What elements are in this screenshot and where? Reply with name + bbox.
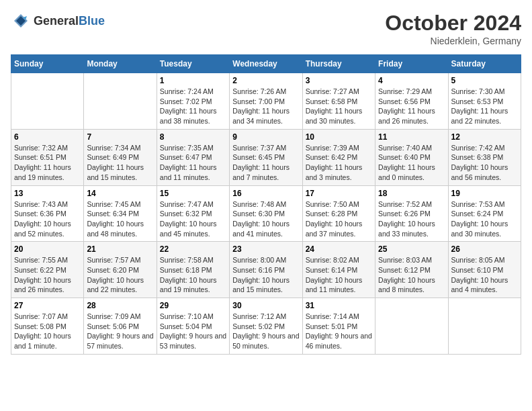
day-detail: Sunrise: 7:29 AM Sunset: 6:56 PM Dayligh…	[378, 87, 445, 126]
calendar-cell: 10Sunrise: 7:39 AM Sunset: 6:42 PM Dayli…	[302, 129, 375, 185]
calendar-week-row: 27Sunrise: 7:07 AM Sunset: 5:08 PM Dayli…	[11, 298, 521, 355]
calendar-cell: 12Sunrise: 7:42 AM Sunset: 6:38 PM Dayli…	[448, 129, 521, 185]
day-number: 16	[232, 189, 299, 198]
day-detail: Sunrise: 7:27 AM Sunset: 6:58 PM Dayligh…	[306, 87, 372, 126]
day-detail: Sunrise: 7:42 AM Sunset: 6:38 PM Dayligh…	[451, 143, 518, 183]
calendar-cell	[11, 73, 84, 130]
day-detail: Sunrise: 7:32 AM Sunset: 6:51 PM Dayligh…	[14, 143, 81, 183]
day-detail: Sunrise: 7:12 AM Sunset: 5:02 PM Dayligh…	[232, 312, 299, 351]
calendar-cell: 6Sunrise: 7:32 AM Sunset: 6:51 PM Daylig…	[11, 129, 84, 185]
day-number: 24	[306, 244, 372, 254]
calendar-cell: 20Sunrise: 7:55 AM Sunset: 6:22 PM Dayli…	[11, 242, 84, 298]
calendar-cell: 30Sunrise: 7:12 AM Sunset: 5:02 PM Dayli…	[230, 298, 302, 355]
day-detail: Sunrise: 7:48 AM Sunset: 6:30 PM Dayligh…	[232, 199, 299, 239]
calendar-cell: 25Sunrise: 8:03 AM Sunset: 6:12 PM Dayli…	[375, 242, 448, 298]
logo-text: GeneralBlue	[34, 14, 105, 28]
weekday-header: Sunday	[11, 55, 84, 73]
calendar-cell	[448, 298, 521, 355]
day-detail: Sunrise: 7:45 AM Sunset: 6:34 PM Dayligh…	[87, 199, 153, 239]
calendar-cell: 23Sunrise: 8:00 AM Sunset: 6:16 PM Dayli…	[230, 242, 302, 298]
day-number: 5	[451, 76, 518, 85]
logo-general: General	[34, 14, 79, 28]
calendar-cell	[84, 73, 157, 130]
day-detail: Sunrise: 7:50 AM Sunset: 6:28 PM Dayligh…	[306, 199, 372, 239]
day-detail: Sunrise: 7:43 AM Sunset: 6:36 PM Dayligh…	[14, 199, 81, 239]
calendar-cell: 18Sunrise: 7:52 AM Sunset: 6:26 PM Dayli…	[375, 185, 448, 242]
calendar-week-row: 6Sunrise: 7:32 AM Sunset: 6:51 PM Daylig…	[11, 129, 521, 185]
day-detail: Sunrise: 7:24 AM Sunset: 7:02 PM Dayligh…	[160, 87, 226, 126]
day-detail: Sunrise: 7:57 AM Sunset: 6:20 PM Dayligh…	[87, 255, 153, 295]
calendar-cell: 21Sunrise: 7:57 AM Sunset: 6:20 PM Dayli…	[84, 242, 157, 298]
day-number: 17	[306, 189, 372, 198]
day-detail: Sunrise: 7:37 AM Sunset: 6:45 PM Dayligh…	[232, 143, 299, 183]
calendar-cell: 11Sunrise: 7:40 AM Sunset: 6:40 PM Dayli…	[375, 129, 448, 185]
calendar-cell	[375, 298, 448, 355]
day-number: 23	[232, 244, 299, 254]
weekday-header: Wednesday	[230, 55, 302, 73]
day-number: 2	[232, 76, 299, 85]
day-detail: Sunrise: 7:40 AM Sunset: 6:40 PM Dayligh…	[378, 143, 445, 183]
calendar-cell: 27Sunrise: 7:07 AM Sunset: 5:08 PM Dayli…	[11, 298, 84, 355]
day-number: 25	[378, 244, 445, 254]
calendar-cell: 4Sunrise: 7:29 AM Sunset: 6:56 PM Daylig…	[375, 73, 448, 130]
day-number: 13	[14, 189, 81, 198]
weekday-header: Monday	[84, 55, 157, 73]
calendar-cell: 31Sunrise: 7:14 AM Sunset: 5:01 PM Dayli…	[302, 298, 375, 355]
calendar-cell: 26Sunrise: 8:05 AM Sunset: 6:10 PM Dayli…	[448, 242, 521, 298]
day-number: 3	[306, 76, 372, 85]
month-year: October 2024	[385, 11, 521, 36]
calendar-cell: 24Sunrise: 8:02 AM Sunset: 6:14 PM Dayli…	[302, 242, 375, 298]
logo-icon	[11, 11, 31, 31]
logo: GeneralBlue	[11, 11, 105, 31]
day-number: 14	[87, 189, 153, 198]
calendar-cell: 22Sunrise: 7:58 AM Sunset: 6:18 PM Dayli…	[157, 242, 229, 298]
day-detail: Sunrise: 7:53 AM Sunset: 6:24 PM Dayligh…	[451, 199, 518, 239]
calendar-cell: 8Sunrise: 7:35 AM Sunset: 6:47 PM Daylig…	[157, 129, 229, 185]
calendar-week-row: 13Sunrise: 7:43 AM Sunset: 6:36 PM Dayli…	[11, 185, 521, 242]
day-detail: Sunrise: 7:35 AM Sunset: 6:47 PM Dayligh…	[160, 143, 226, 183]
day-number: 26	[451, 244, 518, 254]
day-number: 10	[306, 132, 372, 142]
day-number: 18	[378, 189, 445, 198]
day-number: 6	[14, 132, 81, 142]
calendar-cell: 3Sunrise: 7:27 AM Sunset: 6:58 PM Daylig…	[302, 73, 375, 130]
page-header: GeneralBlue October 2024 Niederklein, Ge…	[11, 11, 521, 46]
weekday-header: Friday	[375, 55, 448, 73]
day-number: 9	[232, 132, 299, 142]
calendar-cell: 17Sunrise: 7:50 AM Sunset: 6:28 PM Dayli…	[302, 185, 375, 242]
day-number: 11	[378, 132, 445, 142]
day-number: 27	[14, 301, 81, 310]
day-number: 30	[232, 301, 299, 310]
calendar-cell: 16Sunrise: 7:48 AM Sunset: 6:30 PM Dayli…	[230, 185, 302, 242]
weekday-header: Thursday	[302, 55, 375, 73]
day-number: 22	[160, 244, 226, 254]
day-number: 7	[87, 132, 153, 142]
day-number: 12	[451, 132, 518, 142]
calendar-cell: 9Sunrise: 7:37 AM Sunset: 6:45 PM Daylig…	[230, 129, 302, 185]
day-number: 8	[160, 132, 226, 142]
day-detail: Sunrise: 7:58 AM Sunset: 6:18 PM Dayligh…	[160, 255, 226, 295]
day-detail: Sunrise: 7:55 AM Sunset: 6:22 PM Dayligh…	[14, 255, 81, 295]
calendar-cell: 5Sunrise: 7:30 AM Sunset: 6:53 PM Daylig…	[448, 73, 521, 130]
calendar-cell: 7Sunrise: 7:34 AM Sunset: 6:49 PM Daylig…	[84, 129, 157, 185]
day-number: 4	[378, 76, 445, 85]
day-number: 31	[306, 301, 372, 310]
day-detail: Sunrise: 7:10 AM Sunset: 5:04 PM Dayligh…	[160, 312, 226, 351]
title-block: October 2024 Niederklein, Germany	[385, 11, 521, 46]
day-detail: Sunrise: 8:03 AM Sunset: 6:12 PM Dayligh…	[378, 255, 445, 295]
day-detail: Sunrise: 7:14 AM Sunset: 5:01 PM Dayligh…	[306, 312, 372, 351]
day-detail: Sunrise: 8:00 AM Sunset: 6:16 PM Dayligh…	[232, 255, 299, 295]
calendar-week-row: 20Sunrise: 7:55 AM Sunset: 6:22 PM Dayli…	[11, 242, 521, 298]
weekday-header: Saturday	[448, 55, 521, 73]
day-number: 29	[160, 301, 226, 310]
calendar-cell: 19Sunrise: 7:53 AM Sunset: 6:24 PM Dayli…	[448, 185, 521, 242]
day-detail: Sunrise: 7:39 AM Sunset: 6:42 PM Dayligh…	[306, 143, 372, 183]
day-number: 19	[451, 189, 518, 198]
calendar-cell: 14Sunrise: 7:45 AM Sunset: 6:34 PM Dayli…	[84, 185, 157, 242]
day-detail: Sunrise: 7:30 AM Sunset: 6:53 PM Dayligh…	[451, 87, 518, 126]
day-detail: Sunrise: 8:02 AM Sunset: 6:14 PM Dayligh…	[306, 255, 372, 295]
day-number: 28	[87, 301, 153, 310]
day-detail: Sunrise: 7:34 AM Sunset: 6:49 PM Dayligh…	[87, 143, 153, 183]
day-number: 1	[160, 76, 226, 85]
calendar-cell: 28Sunrise: 7:09 AM Sunset: 5:06 PM Dayli…	[84, 298, 157, 355]
